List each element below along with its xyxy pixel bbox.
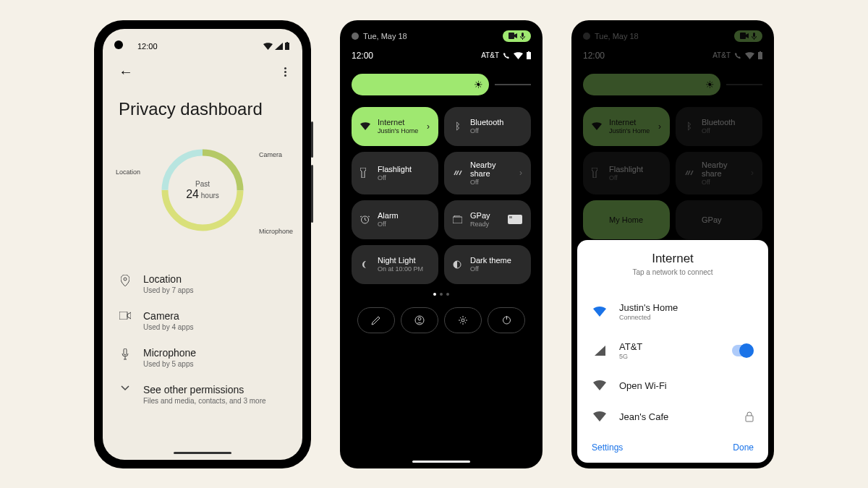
nearby-share-icon (684, 169, 694, 176)
mobile-data-toggle[interactable] (732, 345, 754, 356)
cellular-icon (592, 346, 608, 356)
qs-tile-flashlight: FlashlightOff (583, 152, 670, 194)
donut-legend-microphone: Microphone (259, 228, 293, 235)
qs-title: Bluetooth (702, 118, 754, 127)
qs-tile-flashlight[interactable]: FlashlightOff (352, 152, 438, 194)
done-button[interactable]: Done (733, 442, 754, 453)
user-button[interactable] (401, 307, 438, 333)
notification-dot-icon (583, 33, 590, 40)
wallet-icon (453, 215, 463, 223)
brightness-track (726, 84, 762, 85)
location-icon (119, 275, 132, 286)
qs-title: Night Light (378, 256, 430, 265)
settings-link[interactable]: Settings (592, 442, 623, 453)
qs-tile-alarm[interactable]: AlarmOff (352, 200, 438, 239)
permission-list: LocationUsed by 7 apps CameraUsed by 4 a… (116, 265, 289, 413)
front-camera-cutout (114, 40, 123, 49)
chevron-right-icon: › (751, 168, 754, 178)
qs-tile-bluetooth: ᛒ BluetoothOff (676, 107, 762, 146)
wifi-icon (360, 122, 370, 130)
qs-sub: Off (378, 221, 430, 228)
signal-icon (275, 43, 283, 50)
payment-card-icon (508, 215, 522, 224)
status-date: Tue, May 18 (595, 32, 639, 40)
wifi-icon (745, 52, 754, 59)
brightness-track[interactable] (495, 84, 531, 85)
brightness-icon: ☀ (474, 79, 483, 90)
network-item-secured[interactable]: Jean's Cafe (590, 401, 755, 432)
nearby-share-icon (453, 169, 463, 176)
edit-button[interactable] (357, 307, 395, 333)
phone-side-button (311, 121, 313, 158)
date-indicator: Tue, May 18 (583, 32, 639, 40)
status-time: 12:00 (137, 42, 158, 51)
qs-tile-dark-theme[interactable]: Dark themeOff (444, 245, 531, 284)
camera-mic-indicator[interactable] (503, 30, 531, 42)
svg-rect-19 (753, 33, 755, 37)
donut-value: 24 (186, 187, 199, 200)
qs-title: Internet (609, 118, 651, 127)
status-bar: Tue, May 18 (352, 30, 531, 42)
permission-item-location[interactable]: LocationUsed by 7 apps (116, 265, 289, 302)
permission-item-camera[interactable]: CameraUsed by 4 apps (116, 302, 289, 339)
network-list: Justin's HomeConnected AT&T5G Open Wi-Fi… (590, 292, 755, 432)
phone-side-button (311, 165, 313, 223)
qs-title: Bluetooth (470, 118, 522, 127)
flashlight-icon (360, 168, 370, 178)
back-button[interactable]: ← (119, 64, 133, 80)
power-button[interactable] (488, 307, 525, 333)
network-item-mobile[interactable]: AT&T5G (590, 331, 755, 370)
brightness-slider[interactable]: ☀ (352, 74, 489, 95)
svg-rect-5 (119, 312, 127, 320)
qs-sub: Off (609, 174, 661, 181)
donut-label-past: Past (186, 179, 219, 187)
svg-rect-18 (740, 33, 746, 39)
svg-rect-20 (758, 52, 762, 59)
qs-tile-bluetooth[interactable]: ᛒ BluetoothOff (444, 107, 531, 146)
wifi-icon (263, 43, 273, 50)
home-indicator[interactable] (412, 461, 470, 463)
status-bar: Tue, May 18 (583, 30, 762, 42)
status-bar: 12:00 (116, 42, 289, 51)
perm-sub: Used by 7 apps (143, 286, 194, 294)
home-indicator[interactable] (174, 452, 231, 454)
svg-point-15 (418, 317, 421, 320)
qs-sub: Off (470, 179, 512, 186)
status-date: Tue, May 18 (363, 32, 407, 40)
brightness-slider: ☀ (583, 74, 720, 95)
qs-tile-internet[interactable]: InternetJustin's Home › (352, 107, 438, 146)
donut-unit: hours (201, 191, 219, 199)
sheet-subtitle: Tap a network to connect (590, 268, 755, 276)
night-light-icon (360, 260, 370, 269)
microphone-icon (752, 33, 757, 40)
network-item-open[interactable]: Open Wi-Fi (590, 370, 755, 401)
quick-settings-grid: InternetJustin's Home › ᛒ BluetoothOff F… (583, 107, 762, 239)
permission-item-microphone[interactable]: MicrophoneUsed by 5 apps (116, 339, 289, 376)
qs-title: GPay (702, 215, 754, 224)
camera-icon (119, 312, 132, 320)
bluetooth-icon: ᛒ (684, 121, 694, 132)
qs-title: My Home (609, 215, 661, 224)
brightness-slider-row: ☀ (352, 74, 531, 95)
wifi-icon (592, 307, 608, 317)
carrier-status: AT&T (712, 51, 762, 59)
qs-title: GPay (470, 211, 501, 220)
phone-screen: 12:00 ← Privacy dashboard Past 24 hours … (103, 29, 302, 460)
svg-rect-22 (746, 416, 753, 421)
qs-tile-night-light[interactable]: Night LightOn at 10:00 PM (352, 245, 438, 284)
battery-icon (758, 51, 762, 59)
chevron-right-icon: › (658, 121, 661, 132)
settings-button[interactable] (444, 307, 482, 333)
qs-title: Flashlight (378, 165, 430, 174)
internet-bottom-sheet: Internet Tap a network to connect Justin… (577, 240, 768, 463)
carrier-name: AT&T (481, 51, 499, 59)
svg-rect-8 (522, 33, 524, 37)
network-status: Connected (619, 314, 754, 321)
overflow-menu-button[interactable] (284, 67, 286, 77)
network-item-connected[interactable]: Justin's HomeConnected (590, 292, 755, 331)
permission-item-other[interactable]: See other permissionsFiles and media, co… (116, 376, 289, 413)
network-name: Justin's Home (619, 302, 754, 313)
notification-dot-icon (352, 33, 359, 40)
qs-tile-gpay[interactable]: GPayReady (444, 200, 531, 239)
qs-tile-nearby-share[interactable]: Nearby shareOff › (444, 152, 531, 194)
